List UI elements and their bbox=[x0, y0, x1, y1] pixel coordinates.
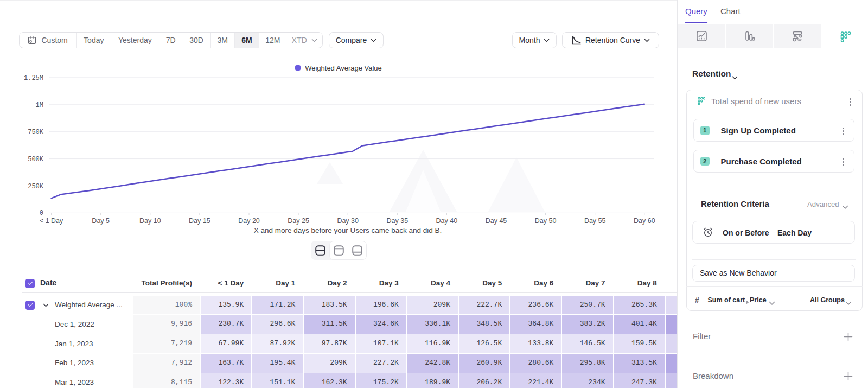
svg-text:Day 10: Day 10 bbox=[139, 217, 161, 225]
svg-text:Day 30: Day 30 bbox=[337, 217, 359, 225]
svg-text:Day 25: Day 25 bbox=[288, 217, 309, 225]
svg-text:750K: 750K bbox=[28, 129, 44, 136]
svg-text:250K: 250K bbox=[28, 183, 44, 190]
svg-text:Day 35: Day 35 bbox=[386, 217, 408, 225]
svg-text:1.25M: 1.25M bbox=[24, 74, 43, 82]
svg-text:Day 15: Day 15 bbox=[189, 217, 210, 225]
svg-text:Day 50: Day 50 bbox=[535, 217, 557, 225]
svg-text:Day 20: Day 20 bbox=[238, 217, 260, 225]
svg-text:Day 60: Day 60 bbox=[634, 217, 655, 225]
svg-text:Day 40: Day 40 bbox=[436, 217, 458, 225]
svg-text:< 1 Day: < 1 Day bbox=[40, 217, 63, 225]
svg-text:Day 55: Day 55 bbox=[584, 217, 606, 225]
svg-text:X and more days before your Us: X and more days before your Users came b… bbox=[254, 226, 442, 234]
svg-text:Day 45: Day 45 bbox=[486, 217, 507, 225]
svg-text:1M: 1M bbox=[36, 101, 43, 109]
svg-text:500K: 500K bbox=[28, 156, 44, 163]
svg-text:Day 5: Day 5 bbox=[92, 217, 110, 225]
svg-text:0: 0 bbox=[40, 209, 43, 217]
